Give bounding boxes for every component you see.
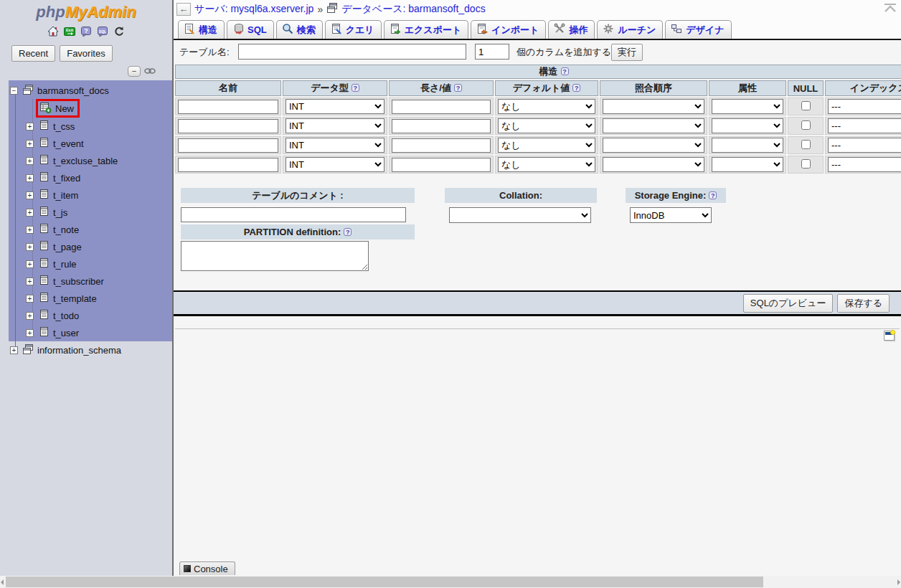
expand-icon[interactable] <box>26 140 34 148</box>
column-collation-select[interactable] <box>603 157 704 172</box>
tab-routines[interactable]: ルーチン <box>597 20 663 39</box>
table-name-input[interactable] <box>238 44 466 60</box>
column-null-checkbox[interactable] <box>801 159 811 169</box>
column-index-select[interactable]: --- <box>828 99 901 114</box>
column-null-checkbox[interactable] <box>801 140 811 149</box>
table-collation-select[interactable] <box>449 207 591 223</box>
expand-icon[interactable] <box>26 329 34 337</box>
table-comments-input[interactable] <box>181 207 406 222</box>
expand-icon[interactable] <box>26 312 34 320</box>
expand-icon[interactable] <box>26 226 34 234</box>
column-index-select[interactable]: --- <box>828 138 901 153</box>
column-index-select[interactable]: --- <box>828 118 901 133</box>
expand-icon[interactable] <box>26 209 34 217</box>
tree-item-new-table[interactable]: New <box>0 99 172 118</box>
tab-sql[interactable]: sqlSQL <box>227 20 274 39</box>
tab-search[interactable]: 検索 <box>276 20 323 39</box>
tab-export[interactable]: エクスポート <box>384 20 469 39</box>
expand-icon[interactable] <box>26 243 34 251</box>
tree-item-table[interactable]: t_fixed <box>0 169 172 186</box>
column-type-select[interactable]: INT <box>286 157 385 172</box>
tree-item-table[interactable]: t_subscriber <box>0 272 172 290</box>
tree-item-table[interactable]: t_item <box>0 186 172 204</box>
breadcrumb-database-link[interactable]: データベース: barmansoft_docs <box>341 3 485 16</box>
column-collation-select[interactable] <box>603 99 704 114</box>
expand-icon[interactable] <box>26 295 34 303</box>
tree-item-table[interactable]: t_todo <box>0 307 172 324</box>
breadcrumb-server-link[interactable]: サーバ: mysql6a.xserver.jp <box>194 3 313 16</box>
column-default-select[interactable]: なし <box>498 138 595 153</box>
favorites-button[interactable]: Favorites <box>60 45 112 62</box>
tree-item-table[interactable]: t_css <box>0 118 172 135</box>
link-with-main-icon[interactable] <box>144 66 156 77</box>
expand-icon[interactable] <box>26 174 34 182</box>
tree-item-table[interactable]: t_template <box>0 290 172 307</box>
preview-sql-button[interactable]: SQLのプレビュー <box>743 294 834 313</box>
tree-item-table[interactable]: t_note <box>0 221 172 238</box>
console-toggle[interactable]: Console <box>179 561 235 575</box>
add-columns-count-input[interactable] <box>475 44 509 60</box>
recent-button[interactable]: Recent <box>11 45 55 62</box>
scroll-to-top-icon[interactable] <box>882 3 898 14</box>
horizontal-scrollbar[interactable] <box>0 576 901 588</box>
column-collation-select[interactable] <box>603 138 704 153</box>
help-icon[interactable] <box>454 84 462 92</box>
column-index-select[interactable]: --- <box>828 157 901 172</box>
tree-item-information-schema[interactable]: information_schema <box>0 341 172 359</box>
save-button[interactable]: 保存する <box>837 294 890 313</box>
go-button[interactable]: 実行 <box>611 44 643 61</box>
scrollbar-thumb[interactable] <box>6 577 763 587</box>
column-length-input[interactable] <box>392 119 491 133</box>
storage-engine-select[interactable]: InnoDB <box>630 207 712 223</box>
partition-definition-textarea[interactable] <box>181 241 369 271</box>
column-default-select[interactable]: なし <box>498 99 595 114</box>
help-icon[interactable] <box>709 191 717 199</box>
help-icon[interactable] <box>572 84 580 92</box>
column-default-select[interactable]: なし <box>498 157 595 172</box>
column-name-input[interactable] <box>178 158 278 172</box>
expand-icon[interactable] <box>26 260 34 268</box>
column-name-input[interactable] <box>178 119 278 133</box>
tab-operations[interactable]: 操作 <box>548 20 595 39</box>
column-attributes-select[interactable] <box>712 118 783 133</box>
expand-icon[interactable] <box>26 278 34 285</box>
sql-help-icon[interactable]: SQL <box>97 26 108 39</box>
tree-item-database[interactable]: barmansoft_docs <box>0 82 172 99</box>
column-length-input[interactable] <box>392 158 491 172</box>
expand-icon[interactable] <box>26 123 34 131</box>
column-type-select[interactable]: INT <box>286 118 385 133</box>
logout-icon[interactable]: Exit <box>64 26 75 39</box>
expand-icon[interactable] <box>26 191 34 199</box>
phpmyadmin-logo[interactable]: phpMyAdmin <box>0 3 172 22</box>
collapse-all-button[interactable]: − <box>128 66 141 77</box>
page-settings-icon[interactable] <box>884 331 895 341</box>
tree-item-table[interactable]: t_rule <box>0 255 172 272</box>
column-length-input[interactable] <box>392 138 491 153</box>
back-arrow-button[interactable]: ← <box>176 3 191 16</box>
tab-import[interactable]: インポート <box>471 20 546 39</box>
column-type-select[interactable]: INT <box>286 138 385 153</box>
home-icon[interactable] <box>47 26 59 39</box>
column-null-checkbox[interactable] <box>801 101 811 110</box>
column-name-input[interactable] <box>178 138 278 153</box>
tree-item-table[interactable]: t_user <box>0 324 172 341</box>
documentation-icon[interactable]: ? <box>80 26 92 39</box>
column-attributes-select[interactable] <box>712 157 783 172</box>
column-name-input[interactable] <box>178 100 278 114</box>
expand-icon[interactable] <box>26 157 34 165</box>
tree-item-table[interactable]: t_js <box>0 204 172 221</box>
column-attributes-select[interactable] <box>712 99 783 114</box>
column-default-select[interactable]: なし <box>498 118 595 133</box>
column-length-input[interactable] <box>392 100 491 114</box>
column-attributes-select[interactable] <box>712 138 783 153</box>
tree-item-table[interactable]: t_excluse_table <box>0 152 172 169</box>
tab-structure[interactable]: 構造 <box>178 20 225 39</box>
column-type-select[interactable]: INT <box>286 99 385 114</box>
scroll-left-arrow[interactable] <box>1 579 4 585</box>
tab-query[interactable]: クエリ <box>325 20 382 39</box>
column-null-checkbox[interactable] <box>801 120 811 130</box>
column-collation-select[interactable] <box>603 118 704 133</box>
scroll-right-arrow[interactable] <box>897 579 900 585</box>
tree-item-table[interactable]: t_event <box>0 135 172 152</box>
tab-designer[interactable]: デザイナ <box>665 20 731 39</box>
